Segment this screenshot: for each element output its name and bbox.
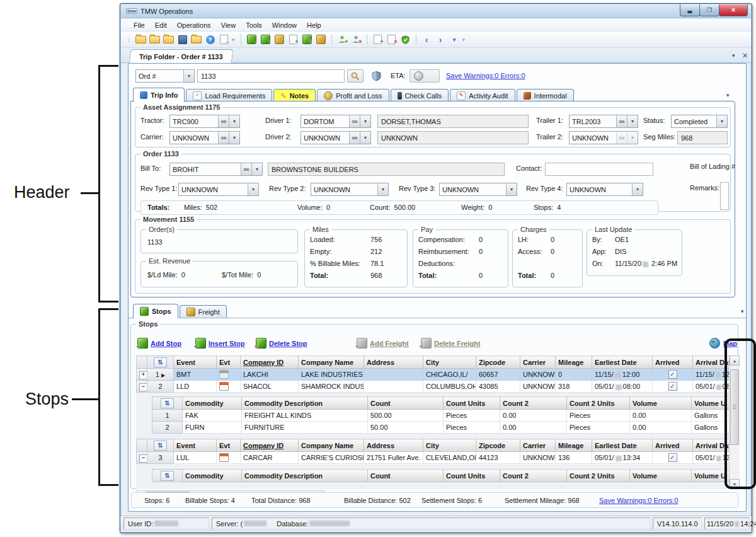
complete-trip-icon[interactable]: ↑ [260, 33, 272, 45]
tab-check-calls[interactable]: Check Calls [391, 89, 449, 102]
dropdown-icon[interactable]: ▾ [248, 183, 258, 195]
order-type-selector[interactable]: Ord # ▾ [135, 69, 195, 83]
col-count2-units[interactable]: Count 2 Units [567, 397, 630, 410]
rev-type2-combo[interactable]: UNKNOWN ▾ [311, 183, 389, 196]
tabs-dropdown-icon[interactable]: ▾ [726, 93, 730, 98]
driver1-combo[interactable]: DORTOM oo ▾ [301, 115, 371, 128]
rev-type4-combo[interactable]: UNKNOWN ▾ [566, 183, 643, 196]
add-stop-button[interactable]: + Add Stop [137, 338, 181, 349]
menu-edit[interactable]: Edit [150, 20, 172, 30]
event-calendar-cell[interactable] [217, 381, 241, 393]
col-arrived[interactable]: Arrived [653, 356, 693, 369]
new-folder-icon[interactable] [135, 33, 147, 45]
exit-icon[interactable]: → [218, 33, 230, 45]
save-warnings-link[interactable]: Save Warnings:0 Errors:0 [446, 72, 525, 79]
remarks-box[interactable] [720, 182, 729, 210]
bill-to-combo[interactable]: BROHIT oo ▾ [169, 163, 263, 176]
event-calendar-cell[interactable] [217, 369, 241, 381]
tab-notes[interactable]: ✎ Notes [273, 89, 316, 102]
lookup-binoculars-icon[interactable]: oo [349, 132, 360, 144]
summary-save-warnings-link[interactable]: Save Warnings:0 Errors:0 [599, 497, 679, 504]
col-earliest-date[interactable]: Earliest Date [592, 356, 653, 369]
menu-tools[interactable]: Tools [241, 20, 267, 30]
toolbar-overflow-icon[interactable]: ▾ [462, 37, 466, 43]
row-number[interactable]: 1 [152, 410, 183, 422]
lookup-binoculars-icon[interactable]: oo [218, 115, 229, 127]
commodity-row-2[interactable]: 2 FURN FURNITURE 50.00 Pieces 0.00 Piece… [152, 422, 730, 434]
menu-view[interactable]: View [216, 20, 241, 30]
search-button[interactable] [347, 69, 364, 83]
status-combo[interactable]: Completed ▾ [671, 115, 728, 128]
trailer2-combo[interactable]: UNKNOWN oo ▾ [569, 131, 638, 144]
dropdown-icon[interactable]: ▾ [251, 163, 262, 175]
calendar-icon[interactable] [219, 370, 229, 379]
col-event[interactable]: Event [174, 356, 217, 369]
expand-toggle[interactable]: + [137, 369, 147, 381]
row-selector-header[interactable]: ⇅ [147, 356, 174, 369]
carrier-combo[interactable]: UNKNOWN oo ▾ [169, 131, 240, 144]
open-folder-icon[interactable] [149, 33, 161, 45]
col-commodity-description[interactable]: Commodity Description [242, 470, 368, 482]
expand-toggle[interactable]: − [137, 452, 147, 464]
sort-filter-icon[interactable]: ⇅ [161, 471, 174, 481]
shield-check-icon[interactable] [399, 33, 411, 45]
minimize-button[interactable]: ▃ [680, 4, 700, 16]
nav-dropdown-icon[interactable]: ▾ [449, 33, 461, 45]
col-evt[interactable]: Evt [217, 439, 241, 452]
close-button[interactable]: ✕ [719, 4, 748, 16]
col-city[interactable]: City [423, 356, 476, 369]
dropdown-icon[interactable]: ▾ [229, 132, 239, 144]
col-count-units[interactable]: Count Units [444, 397, 500, 410]
col-company-id[interactable]: Company ID [241, 439, 299, 452]
col-count2[interactable]: Count 2 [500, 470, 567, 482]
col-commodity-description[interactable]: Commodity Description [242, 397, 368, 410]
commodity-row-1[interactable]: 1 FAK FREIGHT ALL KINDS 500.00 Pieces 0.… [152, 410, 730, 422]
stops-grid[interactable]: ⇅ Event Evt Company ID Company Name Addr… [136, 355, 740, 489]
dropdown-icon[interactable]: ▾ [183, 70, 194, 82]
delete-stop-button[interactable]: × Delete Stop [256, 338, 307, 349]
col-earliest-date[interactable]: Earliest Date [592, 439, 653, 452]
col-count[interactable]: Count [368, 470, 444, 482]
col-mileage[interactable]: Mileage [556, 356, 592, 369]
sort-filter-icon[interactable]: ⇅ [154, 357, 167, 367]
dropdown-icon[interactable]: ▾ [716, 115, 727, 127]
maximize-button[interactable]: ❐ [699, 4, 719, 16]
nav-forward-icon[interactable]: › [435, 33, 447, 45]
rev-type1-combo[interactable]: UNKNOWN ▾ [178, 183, 259, 196]
row-number[interactable]: 2 [152, 422, 183, 434]
col-count-units[interactable]: Count Units [444, 470, 500, 482]
arrived-checkbox[interactable]: ✓ [668, 453, 677, 462]
stop-row-3[interactable]: − 3 LUL CARCAR CARRIE'S CURIOSI.. 21751 … [137, 452, 730, 464]
help-icon[interactable]: ? [204, 33, 216, 45]
trip-folder-tab[interactable]: Trip Folder - Order # 1133 [129, 49, 233, 64]
arrived-checkbox[interactable]: ✓ [668, 382, 677, 391]
tab-load-requirements[interactable]: ✓ Load Requirements [186, 89, 272, 102]
stop-row-2[interactable]: − 2 LLD SHACOL SHAMROCK INDUS... COLUMBU… [137, 381, 730, 393]
audit-shield-button[interactable] [367, 69, 385, 83]
calendar-icon[interactable] [219, 453, 229, 462]
col-carrier[interactable]: Carrier [520, 356, 556, 369]
row-number[interactable]: 3 [147, 452, 174, 464]
trailer1-combo[interactable]: TRL2003 oo ▾ [569, 115, 638, 128]
expand-toggle[interactable]: − [137, 381, 147, 393]
order-number-input[interactable]: 1133 [197, 69, 345, 83]
dropdown-icon[interactable]: ▾ [360, 132, 370, 144]
col-evt[interactable]: Evt [217, 356, 241, 369]
rev-type3-combo[interactable]: UNKNOWN ▾ [439, 183, 517, 196]
row-number[interactable]: 2 [147, 381, 174, 393]
col-count2-units[interactable]: Count 2 Units [567, 470, 630, 482]
export-icon[interactable]: → [190, 33, 202, 45]
tab-profit-and-loss[interactable]: Profit and Loss [317, 89, 389, 102]
row-number[interactable]: 1 ▶ [147, 369, 174, 381]
assign-order-icon[interactable]: + [273, 33, 285, 45]
col-count2[interactable]: Count 2 [500, 397, 567, 410]
driver2-combo[interactable]: UNKNOWN oo ▾ [301, 131, 371, 144]
tab-stops[interactable]: Stops [133, 304, 178, 318]
arrived-checkbox[interactable]: ✓ [668, 370, 677, 379]
col-company-id[interactable]: Company ID [241, 356, 299, 369]
tabstrip-close-icon[interactable]: ✕ [742, 52, 748, 60]
stop-row-1[interactable]: + 1 ▶ BMT LAKCHI LAKE INDUSTRIES CHICAGO… [137, 369, 730, 381]
copy-folder-icon[interactable] [163, 33, 175, 45]
col-zipcode[interactable]: Zipcode [476, 439, 520, 452]
tab-intermodal[interactable]: Intermodal [517, 89, 574, 102]
